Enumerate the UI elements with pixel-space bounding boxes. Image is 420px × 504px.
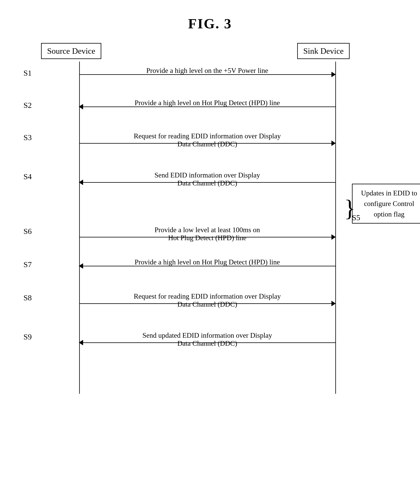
step-s4-label: S4 [24, 172, 32, 181]
s4-text2: Data Channel (DDC) [79, 179, 335, 187]
s2-text: Provide a high level on Hot Plug Detect … [79, 99, 335, 107]
s6-text2: Hot Plug Detect (HPD) line [79, 234, 335, 242]
s5-label: S5 [352, 213, 360, 222]
step-s1-label: S1 [24, 68, 32, 78]
s9-text2: Data Channel (DDC) [79, 339, 335, 348]
s5-note-box: Updates in EDID to configure Control opt… [352, 184, 420, 224]
step-s2-label: S2 [24, 101, 32, 110]
s1-text: Provide a high level on the +5V Power li… [79, 66, 335, 75]
diagram: Source Device Sink Device S1 Provide a h… [19, 43, 401, 488]
s7-text: Provide a high level on Hot Plug Detect … [79, 258, 335, 266]
step-s3-label: S3 [24, 133, 32, 142]
s3-text1: Request for reading EDID information ove… [79, 132, 335, 140]
page-title: FIG. 3 [0, 0, 420, 32]
s5-note-line1: Updates in EDID to [357, 188, 420, 198]
s8-text1: Request for reading EDID information ove… [79, 292, 335, 300]
s4-text1: Send EDID information over Display [79, 171, 335, 179]
source-device-box: Source Device [41, 43, 101, 59]
s3-text2: Data Channel (DDC) [79, 140, 335, 148]
s5-note-line2: configure Control option flag [357, 198, 420, 219]
sink-device-box: Sink Device [297, 43, 350, 59]
s6-text1: Provide a low level at least 100ms on [79, 226, 335, 234]
s8-text2: Data Channel (DDC) [79, 300, 335, 308]
lifeline-sink [335, 61, 336, 394]
step-s9-label: S9 [24, 332, 32, 342]
step-s6-label: S6 [24, 227, 32, 236]
step-s8-label: S8 [24, 293, 32, 302]
step-s7-label: S7 [24, 260, 32, 269]
s9-text1: Send updated EDID information over Displ… [79, 331, 335, 339]
